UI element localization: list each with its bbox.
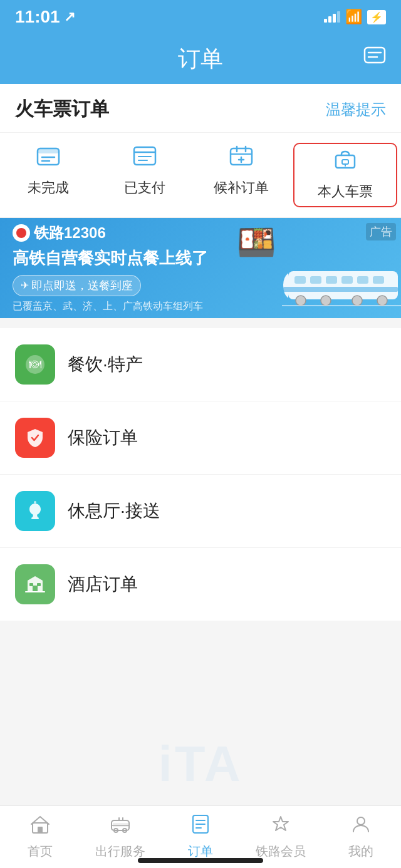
hotel-label: 酒店订单 (68, 572, 138, 596)
tab-waitlist-label: 候补订单 (214, 178, 269, 197)
list-item-dining[interactable]: 🍽 餐饮·特产 (0, 328, 401, 401)
nav-orders-label: 订单 (188, 843, 213, 860)
insurance-label: 保险订单 (68, 426, 138, 450)
nav-mine-label: 我的 (348, 843, 373, 860)
svg-rect-39 (37, 583, 41, 586)
banner-slogan: 高铁自营餐实时点餐上线了 (13, 247, 388, 269)
battery-icon: ⚡ (367, 10, 386, 24)
tab-myticket-label: 本人车票 (318, 182, 373, 201)
tab-paid-icon (132, 145, 157, 172)
banner-content: 铁路12306 高铁自营餐实时点餐上线了 ✈ 即点即送，送餐到座 已覆盖京、武、… (13, 223, 388, 313)
hotel-icon (15, 564, 55, 604)
nav-home[interactable]: 首页 (0, 806, 80, 868)
location-icon: ↗ (64, 9, 75, 25)
svg-point-53 (357, 817, 365, 825)
section-title: 火车票订单 (15, 96, 109, 122)
banner-tag-text: 即点即送，送餐到座 (31, 278, 133, 293)
nav-home-label: 首页 (28, 843, 53, 860)
tab-myticket-icon (333, 149, 358, 176)
banner-brand: 铁路12306 (34, 223, 106, 243)
svg-rect-35 (31, 517, 39, 519)
banner-sub-text: 已覆盖京、武、济、上、广高铁动车组列车 (13, 300, 388, 313)
nav-mine-icon (351, 814, 371, 839)
lounge-label: 休息厅·接送 (68, 499, 160, 523)
page-header: 订单 (0, 34, 401, 84)
tab-paid-label: 已支付 (124, 178, 165, 197)
list-item-lounge[interactable]: 休息厅·接送 (0, 475, 401, 548)
tab-myticket[interactable]: 本人车票 (293, 143, 397, 207)
tab-waitlist-icon (229, 145, 254, 172)
tab-incomplete[interactable]: 未完成 (0, 145, 96, 205)
svg-rect-38 (29, 583, 33, 586)
banner-tag: ✈ 即点即送，送餐到座 (13, 275, 141, 296)
logo-inner (16, 228, 26, 238)
nav-mine[interactable]: 我的 (321, 806, 401, 868)
message-icon[interactable] (363, 46, 386, 71)
svg-point-36 (34, 501, 36, 504)
svg-rect-45 (113, 823, 128, 827)
svg-rect-41 (38, 827, 43, 833)
watermark: iTA (159, 735, 243, 793)
status-time: 11:01 ↗ (15, 7, 75, 27)
svg-rect-37 (33, 586, 38, 592)
lounge-icon (15, 491, 55, 531)
tab-waitlist[interactable]: 候补订单 (193, 145, 289, 205)
tab-paid[interactable]: 已支付 (96, 145, 193, 205)
promo-banner[interactable]: 铁路12306 高铁自营餐实时点餐上线了 ✈ 即点即送，送餐到座 已覆盖京、武、… (0, 218, 401, 318)
status-icons: 📶 ⚡ (324, 9, 386, 25)
tab-incomplete-label: 未完成 (28, 178, 69, 197)
svg-rect-18 (342, 160, 348, 164)
svg-rect-4 (38, 148, 59, 153)
insurance-icon (15, 418, 55, 458)
nav-travel-label: 出行服务 (95, 843, 145, 860)
nav-travel-icon (110, 814, 130, 839)
status-bar: 11:01 ↗ 📶 ⚡ (0, 0, 401, 34)
tab-incomplete-icon (36, 145, 61, 172)
nav-member-label: 铁路会员 (256, 843, 306, 860)
warm-tip-link[interactable]: 温馨提示 (326, 100, 386, 120)
service-list: 🍽 餐饮·特产 保险订单 休息厅·接送 (0, 328, 401, 621)
svg-text:🍽: 🍽 (29, 357, 41, 371)
ticket-section-header: 火车票订单 温馨提示 (0, 84, 401, 133)
dining-icon: 🍽 (15, 344, 55, 385)
signal-icon (324, 11, 340, 23)
home-indicator (138, 858, 263, 863)
banner-logo: 铁路12306 (13, 223, 388, 243)
nav-home-icon (30, 814, 50, 839)
list-item-insurance[interactable]: 保险订单 (0, 401, 401, 475)
wifi-icon: 📶 (345, 9, 362, 25)
list-item-hotel[interactable]: 酒店订单 (0, 548, 401, 621)
dining-label: 餐饮·特产 (68, 353, 143, 376)
nav-member-icon (271, 814, 291, 839)
nav-orders-icon (190, 814, 211, 839)
page-title: 订单 (178, 44, 223, 75)
svg-rect-0 (365, 48, 385, 63)
order-tabs: 未完成 已支付 候补订单 (0, 133, 401, 218)
logo-circle (13, 224, 30, 242)
